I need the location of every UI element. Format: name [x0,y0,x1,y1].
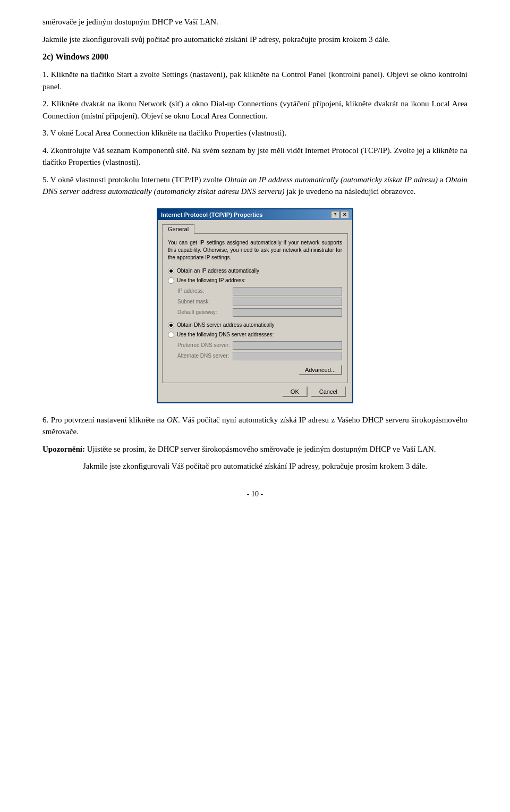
dialog-titlebar-buttons: ? ✕ [331,211,349,218]
default-gateway-row: Default gateway: [177,308,342,317]
alternate-dns-input[interactable] [233,352,342,360]
default-gateway-input[interactable] [233,308,342,317]
step-2: 2. Klikněte dvakrát na ikonu Network (sí… [42,98,468,122]
radio-use-ip-row: Use the following IP address: [168,277,342,284]
dialog-footer: OK Cancel [162,383,348,398]
subnet-mask-row: Subnet mask: [177,298,342,306]
dialog-body: General You can get IP settings assigned… [158,220,352,402]
radio-obtain-ip-auto-row: Obtain an IP address automatically [168,268,342,274]
ok-button[interactable]: OK [282,386,308,397]
step-3-number: 3. [42,129,48,137]
content-area: směrovače je jediným dostupným DHCP ve V… [42,16,468,500]
dialog-container: Internet Protocol (TCP/IP) Properties ? … [42,208,468,403]
step-2-number: 2. [42,99,48,108]
subnet-mask-input[interactable] [233,298,342,306]
dialog-inner: You can get IP settings assigned automat… [162,233,348,383]
intro-line2: Jakmile jste zkonfigurovali svůj počítač… [42,33,468,46]
step-5-before: V okně vlastnosti protokolu Internetu (T… [50,175,225,184]
radio-use-dns-label: Use the following DNS server addresses: [177,332,274,337]
preferred-dns-row: Preferred DNS server: [177,341,342,350]
dns-fields-group: Preferred DNS server: Alternate DNS serv… [177,341,342,360]
cancel-button[interactable]: Cancel [311,386,346,397]
warning-bold: Upozornění: [42,445,85,453]
advanced-button[interactable]: Advanced... [299,365,342,375]
preferred-dns-input[interactable] [233,341,342,350]
ip-address-label: IP address: [177,288,231,294]
dialog-title: Internet Protocol (TCP/IP) Properties [161,212,331,218]
step-6: 6. Pro potvrzení nastavení klikněte na O… [42,414,468,438]
step-5: 5. V okně vlastnosti protokolu Internetu… [42,174,468,198]
ip-address-input[interactable] [233,287,342,295]
step-6-text-before: Pro potvrzení nastavení klikněte na [51,416,167,424]
radio-obtain-ip-auto[interactable] [168,268,174,274]
step-3: 3. V okně Local Area Connection klikněte… [42,127,468,139]
advanced-row: Advanced... [168,365,342,375]
warning-text: Ujistěte se prosím, že DHCP server širok… [85,445,436,453]
intro-line1: směrovače je jediným dostupným DHCP ve V… [42,16,468,28]
radio-obtain-dns-auto-row: Obtain DNS server address automatically [168,322,342,328]
step-3-body: V okně Local Area Connection klikněte na… [50,129,287,137]
ip-address-row: IP address: [177,287,342,295]
step-5-italic1: Obtain an IP address automatically (auto… [225,175,438,184]
step-1-body: Klikněte na tlačítko Start a zvolte Sett… [42,70,468,91]
step-4-number: 4. [42,146,48,155]
step-5-number: 5. [42,175,48,184]
alternate-dns-row: Alternate DNS server: [177,352,342,360]
dialog-close-button[interactable]: ✕ [341,211,349,218]
step-2-body: Klikněte dvakrát na ikonu Network (síť) … [42,99,468,120]
step-1: 1. Klikněte na tlačítko Start a zvolte S… [42,69,468,92]
default-gateway-label: Default gateway: [177,309,231,315]
subnet-mask-label: Subnet mask: [177,299,231,304]
step-1-number: 1. [42,70,48,79]
preferred-dns-label: Preferred DNS server: [177,342,231,348]
tab-general[interactable]: General [162,224,194,234]
radio-obtain-ip-auto-label: Obtain an IP address automatically [177,268,259,274]
dialog-window: Internet Protocol (TCP/IP) Properties ? … [157,208,353,403]
step-6-italic: OK [167,416,178,424]
step-6-number: 6. [42,416,48,424]
step-5-mid: a [438,175,445,184]
outro-text: Jakmile jste zkonfigurovali Váš počítač … [42,460,468,472]
page-number: - 10 - [42,488,468,500]
dialog-tabs: General [162,224,348,233]
dialog-info-text: You can get IP settings assigned automat… [168,239,342,261]
radio-use-ip[interactable] [168,277,174,284]
dialog-help-button[interactable]: ? [331,211,339,218]
section-heading: 2c) Windows 2000 [42,50,468,63]
dialog-titlebar: Internet Protocol (TCP/IP) Properties ? … [158,209,352,220]
radio-obtain-dns-auto[interactable] [168,322,174,328]
radio-use-ip-label: Use the following IP address: [177,277,245,283]
step-4: 4. Zkontrolujte Váš seznam Komponentů sí… [42,145,468,168]
radio-use-dns[interactable] [168,332,174,338]
ip-fields-group: IP address: Subnet mask: Default gateway… [177,287,342,317]
warning-paragraph: Upozornění: Ujistěte se prosím, že DHCP … [42,443,468,455]
radio-obtain-dns-auto-label: Obtain DNS server address automatically [177,322,274,328]
step-4-body: Zkontrolujte Váš seznam Komponentů sítě.… [42,146,468,167]
radio-use-dns-row: Use the following DNS server addresses: [168,332,342,338]
step-5-after: jak je uvedeno na následující obrazovce. [285,187,416,196]
alternate-dns-label: Alternate DNS server: [177,353,231,359]
